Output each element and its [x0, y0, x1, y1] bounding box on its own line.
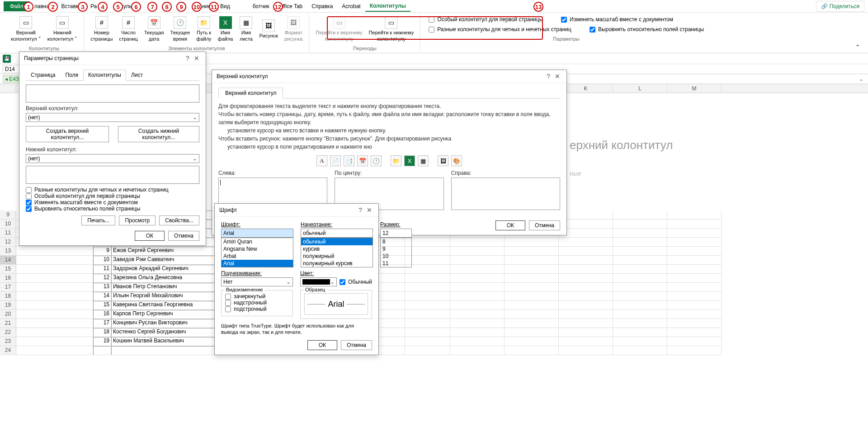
tab-margins[interactable]: Поля — [60, 70, 83, 80]
hf-ok-button[interactable]: ОК — [495, 220, 525, 230]
sample-group: Образец Arial — [300, 290, 372, 319]
hf-filename-button[interactable]: X — [404, 155, 415, 166]
hf-date-button[interactable]: 📅 — [357, 155, 368, 166]
dialog-help[interactable]: ? — [183, 55, 192, 62]
header-edit-title: Верхний колонтитул — [217, 73, 544, 80]
hf-filepath-button[interactable]: 📁 — [391, 155, 401, 166]
menu-help[interactable]: Справка — [307, 1, 337, 11]
check-dlg-align[interactable]: Выровнять относительно полей страницы — [26, 206, 199, 212]
create-footer-button[interactable]: Создать нижний колонтитул... — [118, 126, 199, 142]
menu-bar: Файл лавная Вставка Ра мулы вание Вид бо… — [0, 0, 868, 13]
hf-font-button[interactable]: A — [316, 155, 327, 166]
menu-headers[interactable]: Колонтитулы — [365, 1, 410, 12]
menu-acrobat[interactable]: Acrobat — [337, 1, 365, 11]
check-super[interactable]: надстрочный — [225, 300, 289, 306]
color-combo[interactable]: .⌄ — [300, 277, 337, 286]
font-style-input[interactable] — [301, 229, 373, 238]
image-icon: 🖼 — [262, 19, 275, 32]
font-name-input[interactable] — [221, 229, 293, 238]
ribbon-file-path[interactable]: 📁Путь к файлу — [193, 14, 214, 45]
preview-button[interactable]: Просмотр — [119, 215, 156, 225]
hf-format-pic-button[interactable]: 🎨 — [451, 155, 462, 166]
underline-combo[interactable]: Нет⌄ — [221, 277, 293, 286]
ribbon-current-time[interactable]: 🕐Текущее время — [168, 14, 193, 45]
effects-group: Видоизменение зачеркнутый надстрочный по… — [221, 290, 293, 316]
hf-time-button[interactable]: 🕐 — [371, 155, 382, 166]
folder-icon: 📁 — [198, 16, 210, 29]
calendar-icon: 📅 — [148, 16, 160, 29]
hash-icon: # — [95, 16, 108, 29]
header-placeholder[interactable]: ерхний колонтитул — [570, 138, 673, 152]
clock-icon: 🕐 — [174, 16, 186, 29]
tab-headers[interactable]: Колонтитулы — [83, 70, 126, 81]
hf-picture-button[interactable]: 🖼 — [438, 155, 448, 166]
check-normal-color[interactable]: Обычный — [340, 279, 372, 285]
create-header-button[interactable]: Создать верхний колонтитул... — [26, 126, 109, 142]
footer-combo[interactable]: (нет)⌄ — [26, 154, 199, 163]
dialog-close-hf[interactable]: ✕ — [553, 73, 562, 80]
excel-icon: X — [219, 16, 232, 29]
label-footer: Нижний колонтитул: — [26, 146, 199, 153]
font-dialog: Шрифт ? ✕ Шрифт: Amiri QuranAngsana NewA… — [214, 203, 379, 355]
font-note: Шрифт типа TrueType. Шрифт будет использ… — [221, 323, 372, 336]
share-button[interactable]: 🔗 Поделиться — [816, 1, 864, 12]
tab-page[interactable]: Страница — [26, 70, 60, 80]
check-align[interactable]: Выровнять относительно полей страницы — [590, 26, 704, 33]
format-image-icon: 🖼 — [287, 16, 300, 29]
ribbon-header-top[interactable]: ▭Верхний колонтитул ˅ — [8, 14, 44, 45]
hf-instructions: Для форматирования текста выделите текст… — [218, 102, 560, 151]
hf-sheetname-button[interactable]: ▦ — [418, 155, 429, 166]
font-dialog-title: Шрифт — [219, 207, 356, 213]
check-sub[interactable]: подстрочный — [225, 306, 289, 312]
hf-right-input[interactable] — [451, 178, 560, 210]
font-size-input[interactable] — [380, 229, 412, 238]
check-strike[interactable]: зачеркнутый — [225, 293, 289, 300]
font-ok-button[interactable]: ОК — [307, 340, 337, 350]
tab-sheet[interactable]: Лист — [126, 70, 148, 80]
font-cancel-button[interactable]: Отмена — [341, 340, 372, 350]
print-button[interactable]: Печать... — [81, 215, 115, 225]
font-list[interactable]: Amiri QuranAngsana NewArbatArialArial Bl… — [221, 238, 293, 267]
size-list[interactable]: 891011121416 — [380, 238, 412, 267]
properties-button[interactable]: Свойства... — [159, 215, 199, 225]
grid-icon: ▦ — [240, 16, 252, 29]
ribbon-current-date[interactable]: 📅Текущая дата — [142, 14, 167, 45]
ribbon-picture[interactable]: 🖼Рисунок — [256, 14, 281, 45]
label-header: Верхний колонтитул: — [26, 105, 199, 112]
dialog-help-hf[interactable]: ? — [544, 73, 553, 80]
footer-preview — [26, 166, 199, 184]
hf-cancel-button[interactable]: Отмена — [529, 220, 560, 230]
cancel-button[interactable]: Отмена — [168, 231, 199, 241]
check-dlg-scale[interactable]: Изменять масштаб вместе с документом — [26, 199, 199, 206]
add-header-label[interactable]: ные — [570, 170, 581, 177]
check-dlg-oddeven[interactable]: Разные колонтитулы для четных и нечетных… — [26, 187, 199, 193]
header-combo[interactable]: (нет)⌄ — [26, 113, 199, 122]
hf-tab-header[interactable]: Верхний колонтитул — [218, 88, 283, 98]
style-list[interactable]: обычныйкурсивполужирныйполужирный курсив — [301, 238, 373, 267]
ribbon-sheet-name[interactable]: ▦Имя листа — [236, 14, 255, 45]
hf-pagenum-button[interactable]: 📄 — [330, 155, 341, 166]
page-setup-title: Параметры страницы — [24, 55, 183, 61]
check-scale[interactable]: Изменять масштаб вместе с документом — [561, 16, 673, 23]
ribbon-header-bottom[interactable]: ▭Нижний колонтитул ˅ — [45, 14, 80, 45]
check-dlg-first[interactable]: Особый колонтитул для первой страницы — [26, 193, 199, 199]
ribbon-page-count[interactable]: #Число страниц — [116, 14, 140, 45]
dialog-close[interactable]: ✕ — [192, 55, 201, 62]
ribbon-file-name[interactable]: XИмя файла — [215, 14, 236, 45]
ribbon-format-picture: 🖼Формат рисунка — [282, 14, 306, 45]
hf-pagecount-button[interactable]: 📑 — [344, 155, 354, 166]
save-icon[interactable]: 💾 — [3, 55, 11, 63]
hash-icon: # — [122, 16, 135, 29]
ribbon-collapse[interactable]: ⌃ — [852, 42, 863, 52]
header-preview — [26, 84, 199, 103]
ribbon-group-nav: Переходы — [313, 45, 416, 52]
ribbon-group-elements: Элементы колонтитулов — [88, 45, 305, 52]
menu-developer[interactable]: ботчик — [248, 1, 274, 11]
page-setup-dialog: Параметры страницы ? ✕ Страница Поля Кол… — [19, 51, 206, 246]
formula-expand[interactable]: ⌄ — [857, 76, 865, 82]
ribbon-page-number[interactable]: #Номер страницы — [88, 14, 115, 45]
ok-button[interactable]: ОК — [135, 231, 165, 241]
font-dialog-close[interactable]: ✕ — [365, 206, 374, 214]
sample-preview: Arial — [304, 293, 368, 315]
font-dialog-help[interactable]: ? — [356, 206, 365, 214]
